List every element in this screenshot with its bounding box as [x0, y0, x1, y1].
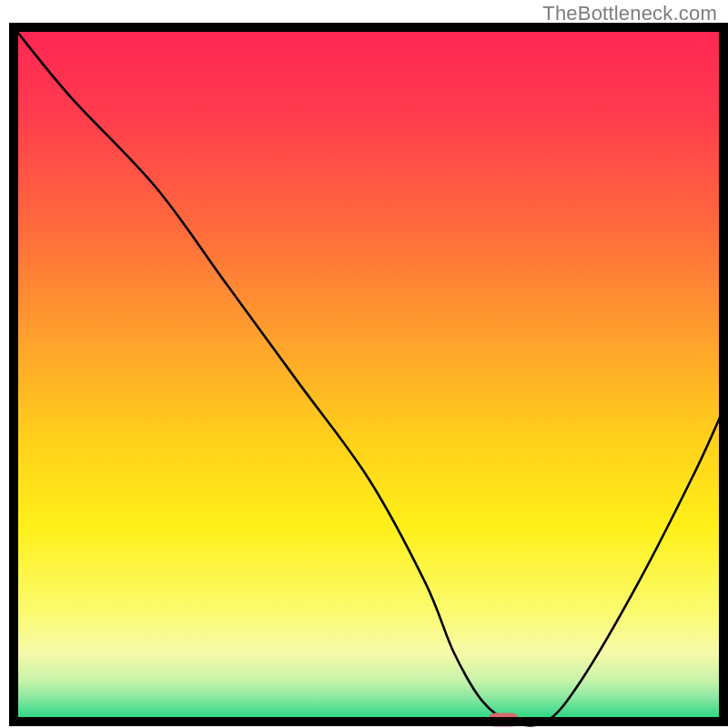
chart-background [14, 27, 723, 722]
bottleneck-chart [0, 0, 728, 728]
chart-container: TheBottleneck.com [0, 0, 728, 728]
